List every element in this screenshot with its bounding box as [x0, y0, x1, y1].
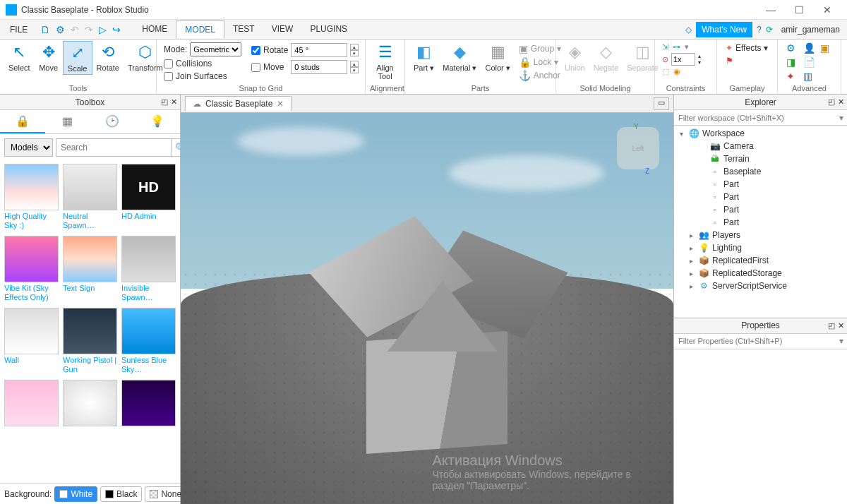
maximize-viewport[interactable]: ▭	[654, 97, 669, 110]
tree-node[interactable]: ▾🌐Workspace	[674, 127, 847, 140]
tree-node[interactable]: ▸👥Players	[674, 229, 847, 241]
window-title: Classic Baseplate - Roblox Studio	[21, 5, 757, 15]
tab-plugins[interactable]: PLUGINS	[301, 20, 356, 38]
toolbox-header: Toolbox ◰✕	[0, 95, 180, 110]
axis-icon[interactable]: ⊙	[662, 55, 668, 64]
undock-icon[interactable]: ◰	[161, 97, 168, 107]
toolbox-item[interactable]: High Quality Sky :)	[4, 164, 59, 232]
toolbox-item[interactable]: Sunless Blue Sky…	[121, 308, 176, 376]
close-tab-icon[interactable]: ✕	[277, 99, 284, 109]
tree-node[interactable]: ▸💡Lighting	[674, 241, 847, 254]
help-icon[interactable]: ?	[757, 25, 762, 35]
weld-icon[interactable]: ⊶	[673, 42, 680, 52]
toolbox-item[interactable]	[4, 380, 59, 448]
bg-white[interactable]: White	[54, 486, 97, 502]
toolbox-item[interactable]: Working Pistol | Gun	[63, 308, 117, 376]
part-button[interactable]: ◧Part ▾	[409, 41, 438, 83]
category-select[interactable]: Models	[4, 138, 53, 157]
roblox-icon	[6, 4, 17, 16]
adv-icon-2[interactable]: 👤	[803, 42, 817, 54]
recent-tab[interactable]: 🕑	[90, 110, 136, 133]
adv-icon-7[interactable]: ▥	[803, 71, 817, 82]
tools-group-label: Tools	[4, 84, 152, 94]
open-icon[interactable]: 🗋	[40, 24, 50, 35]
bg-black[interactable]: Black	[100, 486, 142, 502]
tab-test[interactable]: TEST	[224, 20, 263, 38]
detail-icon[interactable]: ◉	[673, 67, 680, 76]
scene-3d[interactable]: Left ZY Активация Windows Чтобы активиро…	[181, 113, 673, 504]
arrow-icon[interactable]: ↪	[112, 24, 121, 35]
toolbox-item[interactable]	[63, 380, 117, 448]
material-button[interactable]: ◆Material ▾	[438, 41, 481, 83]
tree-node[interactable]: ▸⚙ServerScriptService	[674, 280, 847, 292]
properties-filter-input[interactable]	[674, 337, 836, 345]
show-icon[interactable]: ⬚	[662, 67, 669, 76]
toolbox-item[interactable]: Text Sign	[63, 236, 117, 304]
scale-button[interactable]: ⤢Scale	[63, 41, 92, 75]
spawn-button[interactable]: ⚑	[724, 55, 770, 66]
orientation-gizmo[interactable]: Left ZY	[617, 127, 659, 169]
adv-icon-1[interactable]: ⚙	[786, 42, 800, 54]
move-value-input[interactable]	[291, 60, 347, 74]
redo-icon[interactable]: ↷	[85, 24, 93, 35]
undo-icon[interactable]: ↶	[71, 24, 79, 35]
tree-node[interactable]: ▫Part	[674, 178, 847, 191]
search-input[interactable]	[56, 139, 171, 156]
sync-icon[interactable]: ⟳	[766, 25, 773, 35]
tab-view[interactable]: VIEW	[263, 20, 302, 38]
union-button[interactable]: ◈Union	[560, 41, 589, 73]
tab-home[interactable]: HOME	[133, 20, 176, 38]
color-button[interactable]: ▦Color ▾	[481, 41, 514, 83]
toolbox-item[interactable]: Vibe Kit (Sky Effects Only)	[4, 236, 59, 304]
adv-icon-5[interactable]: 📄	[803, 56, 817, 68]
file-menu[interactable]: FILE	[3, 22, 35, 37]
move-button[interactable]: ✥Move	[35, 41, 63, 75]
close-panel-icon[interactable]: ✕	[171, 97, 177, 107]
user-label[interactable]: amir_gameman	[777, 25, 844, 35]
constraint-icon[interactable]: ⇲	[662, 42, 668, 52]
tree-node[interactable]: ▫Baseplate	[674, 165, 847, 178]
toolbox-item[interactable]	[121, 380, 176, 448]
scene-tab[interactable]: ☁Classic Baseplate✕	[185, 96, 292, 111]
right-panels: Explorer◰✕ ▾ ▾🌐Workspace📷Camera🏔Terrain▫…	[673, 95, 847, 504]
tree-node[interactable]: ▸📦ReplicatedStorage	[674, 267, 847, 280]
tree-node[interactable]: 🏔Terrain	[674, 152, 847, 165]
tree-node[interactable]: ▫Part	[674, 203, 847, 216]
rotate-button[interactable]: ⟲Rotate	[92, 41, 124, 75]
properties-panel: Properties◰✕ ▾	[674, 318, 847, 504]
join-surfaces-checkbox[interactable]: Join Surfaces	[164, 71, 241, 82]
rotate-value-input[interactable]	[291, 43, 347, 57]
move-checkbox[interactable]: Move ▴▾	[251, 59, 359, 75]
tree-node[interactable]: ▸📦ReplicatedFirst	[674, 254, 847, 267]
marketplace-tab[interactable]: 🔒	[0, 110, 45, 133]
explorer-filter-input[interactable]	[674, 114, 836, 122]
tree-node[interactable]: 📷Camera	[674, 140, 847, 152]
close-button[interactable]: ✕	[813, 0, 841, 20]
minimize-button[interactable]: —	[757, 0, 785, 20]
toolbox-item[interactable]: Invisible Spawn…	[121, 236, 176, 304]
tree-node[interactable]: ▫Part	[674, 191, 847, 203]
world-icon[interactable]: ⚙	[56, 24, 65, 35]
toolbox-item[interactable]: Neutral Spawn…	[63, 164, 117, 232]
align-tool-button[interactable]: ☰Align Tool	[370, 41, 400, 82]
constraint-scale-input[interactable]	[671, 53, 695, 66]
tab-model[interactable]: MODEL	[176, 20, 224, 38]
rotate-checkbox[interactable]: Rotate ▴▾	[251, 42, 359, 58]
toolbox-item[interactable]: Wall	[4, 308, 59, 376]
inventory-tab[interactable]: ▦	[45, 110, 90, 133]
adv-icon-3[interactable]: ▣	[820, 42, 834, 54]
creations-tab[interactable]: 💡	[135, 110, 180, 133]
mode-select[interactable]: Geometric	[190, 42, 241, 56]
collapse-ribbon-icon[interactable]: ◇	[685, 25, 692, 35]
play-icon[interactable]: ▷	[99, 24, 107, 35]
adv-icon-4[interactable]: ◨	[786, 56, 800, 68]
whats-new-button[interactable]: What's New	[696, 22, 752, 37]
adv-icon-6[interactable]: ✦	[786, 71, 800, 82]
effects-button[interactable]: ✦Effects ▾	[724, 42, 770, 54]
maximize-button[interactable]: ☐	[785, 0, 813, 20]
toolbox-item[interactable]: HDHD Admin	[121, 164, 176, 232]
collisions-checkbox[interactable]: Collisions	[164, 58, 241, 69]
tree-node[interactable]: ▫Part	[674, 216, 847, 229]
select-button[interactable]: ↖Select	[4, 41, 35, 75]
negate-button[interactable]: ◇Negate	[589, 41, 623, 73]
